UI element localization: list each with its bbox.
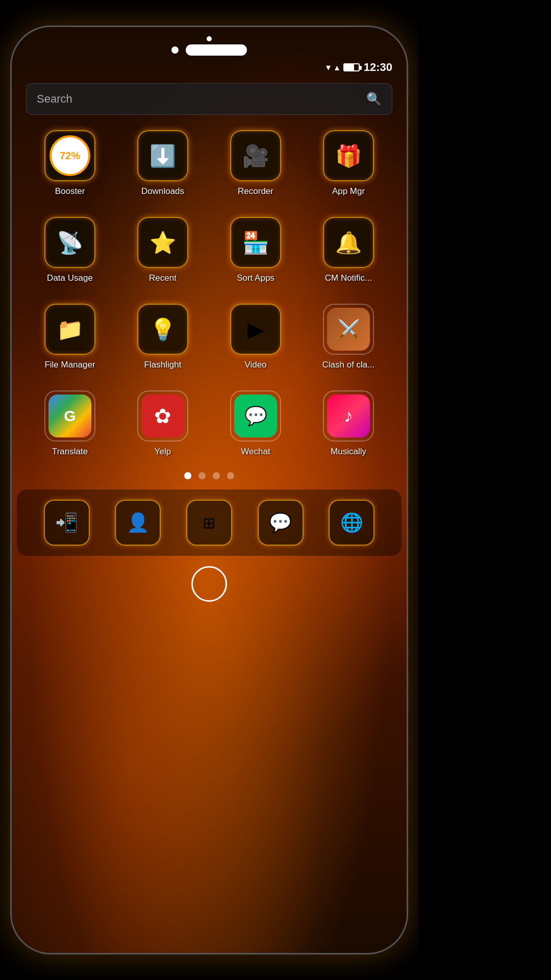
dock-contacts-icon[interactable]: 👤: [115, 500, 161, 546]
wechat-icon-wrapper: 💬: [230, 390, 281, 442]
app-item-clash[interactable]: ⚔️ Clash of cla...: [305, 304, 392, 370]
sortapps-icon: 🏪: [230, 217, 281, 268]
recorder-icon: 🎥: [230, 130, 281, 181]
video-icon: ▶: [230, 304, 281, 355]
search-icon: 🔍: [366, 92, 382, 106]
app-grid-row4: G Translate ✿ Yelp 💬 Wechat ♪ Musically: [12, 380, 407, 467]
musically-icon: ♪: [327, 395, 370, 437]
home-button-row: [12, 566, 407, 602]
recent-label: Recent: [149, 273, 177, 283]
app-item-downloads[interactable]: ⬇️ Downloads: [119, 130, 207, 197]
app-item-datausage[interactable]: 📡 Data Usage: [26, 217, 114, 283]
clash-label: Clash of cla...: [322, 360, 375, 370]
app-item-booster[interactable]: 72% Booster: [26, 130, 114, 197]
front-camera: [207, 36, 212, 41]
filemanager-label: File Manager: [44, 360, 95, 370]
datausage-label: Data Usage: [47, 273, 93, 283]
app-item-cmnotif[interactable]: 🔔 CM Notific...: [305, 217, 392, 283]
phone-body: ▾ ▴ 12:30 Search 🔍 72% Booster ⬇️ Downlo…: [10, 26, 408, 954]
flashlight-icon: 💡: [137, 304, 188, 355]
home-button[interactable]: [191, 566, 227, 602]
app-grid-row2: 📡 Data Usage ⭐ Recent 🏪 Sort Apps 🔔 CM N…: [12, 207, 407, 293]
app-item-recorder[interactable]: 🎥 Recorder: [212, 130, 299, 197]
page-dot-2[interactable]: [198, 472, 206, 479]
clock: 12:30: [364, 61, 392, 74]
translate-icon: G: [48, 395, 91, 437]
app-item-flashlight[interactable]: 💡 Flashlight: [119, 304, 207, 370]
page-dot-3[interactable]: [213, 472, 220, 479]
top-notch: [12, 27, 407, 56]
app-item-musically[interactable]: ♪ Musically: [305, 390, 392, 457]
flashlight-label: Flashlight: [144, 360, 182, 370]
search-placeholder: Search: [37, 92, 366, 106]
app-grid-row3: 📁 File Manager 💡 Flashlight ▶ Video ⚔️ C…: [12, 293, 407, 380]
dock-messages-icon[interactable]: 💬: [258, 500, 304, 546]
status-bar: ▾ ▴ 12:30: [12, 56, 407, 74]
search-bar[interactable]: Search 🔍: [26, 83, 392, 115]
dock-browser-icon[interactable]: 🌐: [329, 500, 374, 546]
power-button[interactable]: [407, 247, 408, 298]
yelp-icon: ✿: [141, 395, 184, 437]
wechat-label: Wechat: [241, 447, 270, 457]
datausage-icon: 📡: [44, 217, 95, 268]
app-item-appmgr[interactable]: 🎁 App Mgr: [305, 130, 392, 197]
sortapps-label: Sort Apps: [237, 273, 274, 283]
downloads-icon: ⬇️: [137, 130, 188, 181]
musically-icon-wrapper: ♪: [323, 390, 374, 442]
app-item-yelp[interactable]: ✿ Yelp: [119, 390, 207, 457]
translate-icon-wrapper: G: [44, 390, 95, 442]
app-grid-row1: 72% Booster ⬇️ Downloads 🎥 Recorder 🎁 Ap…: [12, 120, 407, 207]
appmgr-icon: 🎁: [323, 130, 374, 181]
recent-icon: ⭐: [137, 217, 188, 268]
downloads-label: Downloads: [141, 186, 184, 197]
yelp-label: Yelp: [155, 447, 171, 457]
wifi-icon: ▾: [326, 62, 331, 73]
yelp-icon-wrapper: ✿: [137, 390, 188, 442]
booster-ring: 72%: [49, 135, 90, 176]
filemanager-icon: 📁: [44, 304, 95, 355]
battery-icon: [343, 63, 360, 71]
page-indicators: [12, 472, 407, 479]
video-label: Video: [244, 360, 266, 370]
status-icons: ▾ ▴ 12:30: [326, 61, 392, 74]
booster-label: Booster: [55, 186, 85, 197]
cmnotif-label: CM Notific...: [325, 273, 372, 283]
booster-icon: 72%: [44, 130, 95, 181]
page-dot-4[interactable]: [227, 472, 234, 479]
app-item-wechat[interactable]: 💬 Wechat: [212, 390, 299, 457]
signal-icon: ▴: [335, 62, 339, 73]
recorder-label: Recorder: [238, 186, 273, 197]
app-item-video[interactable]: ▶ Video: [212, 304, 299, 370]
translate-label: Translate: [52, 447, 88, 457]
dock-calls-icon[interactable]: 📲: [44, 500, 90, 546]
appmgr-label: App Mgr: [332, 186, 365, 197]
app-item-sortapps[interactable]: 🏪 Sort Apps: [212, 217, 299, 283]
cmnotif-icon: 🔔: [323, 217, 374, 268]
wechat-icon: 💬: [234, 395, 277, 437]
app-item-translate[interactable]: G Translate: [26, 390, 114, 457]
dock-apps-icon[interactable]: ⊞: [186, 500, 232, 546]
app-item-recent[interactable]: ⭐ Recent: [119, 217, 207, 283]
dock: 📲 👤 ⊞ 💬 🌐: [17, 489, 402, 556]
page-dot-1[interactable]: [184, 472, 191, 479]
clash-icon: ⚔️: [327, 308, 370, 351]
speaker-dot: [171, 46, 179, 54]
musically-label: Musically: [331, 447, 366, 457]
clash-icon-wrapper: ⚔️: [323, 304, 374, 355]
app-item-filemanager[interactable]: 📁 File Manager: [26, 304, 114, 370]
speaker-area: [171, 44, 247, 56]
speaker-grille: [186, 44, 247, 56]
